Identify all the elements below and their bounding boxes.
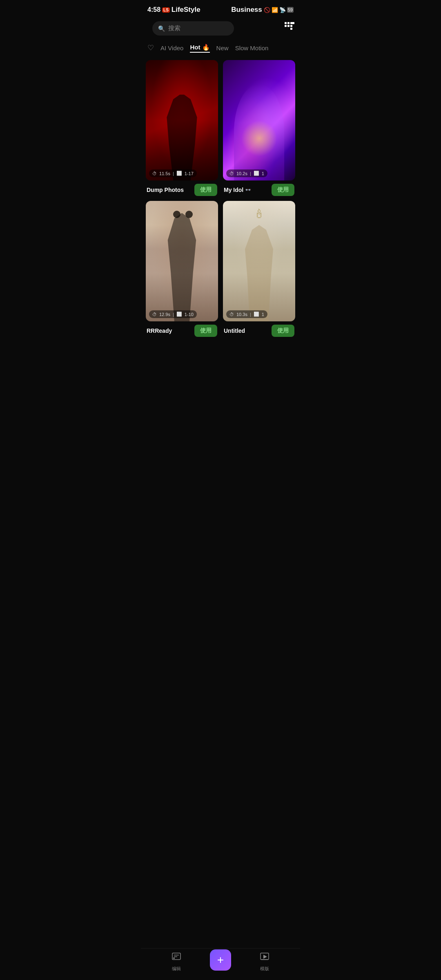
status-bar: 4:58 LS LifeStyle Business 🚫 📶 📡 59 — [141, 0, 300, 18]
svg-rect-4 — [287, 25, 290, 27]
frames-2: 1 — [262, 171, 264, 176]
duration-2: 10.2s — [236, 171, 247, 176]
hair-bun-left — [173, 211, 180, 218]
card-meta-4: ⏱ 10.3s | ⬜ 1 — [226, 310, 267, 318]
svg-rect-3 — [285, 25, 287, 27]
use-btn-1[interactable]: 使用 — [194, 184, 217, 196]
duration-1: 11.5s — [159, 171, 170, 176]
tabs-row: ♡ AI Video Hot 🔥 New Slow Motion — [141, 39, 300, 57]
search-bar[interactable]: 🔍 搜索 — [152, 21, 234, 36]
network-icon: 🚫 — [264, 7, 270, 13]
tab-hot[interactable]: Hot 🔥 — [190, 43, 209, 53]
card-thumb-4[interactable]: 🕯 ⏱ 10.3s | ⬜ 1 — [223, 201, 295, 321]
card-thumb-2[interactable]: ⏱ 10.2s | ⬜ 1 — [223, 60, 295, 180]
frames-icon-2: ⬜ — [254, 171, 259, 176]
tab-heart[interactable]: ♡ — [147, 43, 154, 52]
frames-1: 1-17 — [185, 171, 194, 176]
card-title-1: Dump Photos — [147, 187, 184, 193]
chandelier-decoration: 🕯 — [253, 207, 265, 221]
svg-rect-5 — [290, 25, 292, 27]
frames-4: 1 — [262, 312, 264, 317]
clock-icon-4: ⏱ — [229, 312, 234, 317]
card-dump-photos: ⏱ 11.5s | ⬜ 1-17 Dump Photos 使用 — [146, 60, 218, 196]
use-btn-4[interactable]: 使用 — [272, 325, 294, 337]
svg-rect-2 — [290, 22, 294, 24]
svg-rect-0 — [285, 22, 287, 24]
business-label: Business — [231, 6, 262, 14]
search-placeholder: 搜索 — [168, 24, 180, 32]
tab-slow-motion[interactable]: Slow Motion — [235, 44, 269, 52]
frames-icon-3: ⬜ — [176, 312, 182, 317]
search-icon: 🔍 — [158, 25, 165, 32]
status-time: 4:58 — [147, 6, 160, 13]
tab-ai-video[interactable]: AI Video — [160, 44, 183, 52]
duration-4: 10.3s — [236, 312, 247, 317]
card-footer-1: Dump Photos 使用 — [146, 184, 218, 196]
toolbar-row: 🔍 搜索 — [141, 18, 300, 39]
thumb-overlay-3 — [146, 201, 218, 321]
card-meta-1: ⏱ 11.5s | ⬜ 1-17 — [149, 169, 197, 177]
app-title-status: LifeStyle — [172, 6, 200, 14]
clock-icon-2: ⏱ — [229, 171, 234, 176]
thumb-overlay-1 — [146, 60, 218, 180]
card-meta-2: ⏱ 10.2s | ⬜ 1 — [226, 169, 267, 177]
status-right: Business 🚫 📶 📡 59 — [231, 6, 294, 14]
battery-indicator: 59 — [287, 7, 294, 13]
frames-icon-4: ⬜ — [254, 312, 259, 317]
duration-3: 12.9s — [159, 312, 170, 317]
idol-sparkle — [241, 120, 277, 157]
use-btn-2[interactable]: 使用 — [272, 184, 294, 196]
svg-rect-1 — [287, 22, 290, 24]
app-icon-badge: LS — [162, 7, 170, 13]
card-footer-3: RRReady 使用 — [146, 325, 218, 337]
card-title-3: RRReady — [147, 327, 172, 334]
card-footer-2: My Idol 👓 使用 — [223, 184, 295, 196]
clock-icon-1: ⏱ — [152, 171, 157, 176]
frames-icon-1: ⬜ — [176, 171, 182, 176]
tab-new[interactable]: New — [216, 44, 229, 52]
card-rrready: ⏱ 12.9s | ⬜ 1-10 RRReady 使用 — [146, 201, 218, 337]
clock-icon-3: ⏱ — [152, 312, 157, 317]
wifi-icon: 📡 — [279, 7, 286, 13]
signal-icon: 📶 — [272, 7, 278, 13]
card-thumb-3[interactable]: ⏱ 12.9s | ⬜ 1-10 — [146, 201, 218, 321]
card-title-2: My Idol 👓 — [224, 187, 251, 193]
grid-icon — [284, 21, 295, 33]
status-icons: 🚫 📶 📡 59 — [264, 7, 294, 13]
cards-grid: ⏱ 11.5s | ⬜ 1-17 Dump Photos 使用 ⏱ 10.2s … — [141, 57, 300, 340]
frames-3: 1-10 — [185, 312, 194, 317]
card-thumb-1[interactable]: ⏱ 11.5s | ⬜ 1-17 — [146, 60, 218, 180]
card-title-4: Untitled — [224, 327, 245, 334]
bottom-spacer — [141, 340, 300, 377]
svg-rect-6 — [290, 28, 292, 30]
hair-bun-right — [185, 211, 193, 218]
grid-icon-container[interactable] — [284, 21, 295, 34]
card-untitled: 🕯 ⏱ 10.3s | ⬜ 1 Untitled 使用 — [223, 201, 295, 337]
use-btn-3[interactable]: 使用 — [194, 325, 217, 337]
card-my-idol: ⏱ 10.2s | ⬜ 1 My Idol 👓 使用 — [223, 60, 295, 196]
card-footer-4: Untitled 使用 — [223, 325, 295, 337]
card-meta-3: ⏱ 12.9s | ⬜ 1-10 — [149, 310, 197, 318]
